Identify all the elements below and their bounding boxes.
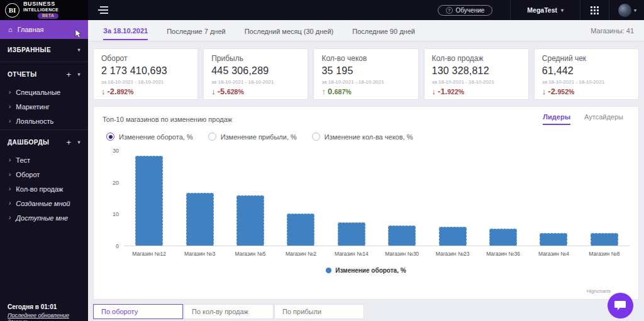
chart-bar-column [427,227,477,246]
chart-bar-column [124,156,174,246]
period-tab-30days[interactable]: Последний месяц (30 дней) [245,22,334,40]
app-logo[interactable]: BI BUSINESS INTELLIGENCE BETA [0,0,88,20]
sidebar-section-favorites[interactable]: ИЗБРАННЫЕ ▾ [0,39,88,60]
kpi-period: за 18-10-2021 - 18-10-2021 [101,79,190,85]
bar-chart: Магазин №12Магазин №3Магазин №5Магазин №… [124,151,630,257]
kpi-delta: ↓ -2.892% [101,87,190,96]
chevron-right-icon: › [9,156,11,163]
kpi-card-profit[interactable]: Прибыль 445 306,289 за 18-10-2021 - 18-1… [203,48,308,100]
chart-plot-area [124,151,630,246]
sidebar-item-turnover[interactable]: › Оборот [0,167,88,182]
chart-title: Топ-10 магазинов по изменению продаж [103,116,232,123]
chart-bar[interactable] [439,227,467,246]
add-report-icon[interactable]: + [66,70,77,79]
bi-dashboard-app: BI BUSINESS INTELLIGENCE BETA ? Обучение… [0,0,644,321]
tab-outsiders[interactable]: Аутсайдеры [584,113,623,125]
chart-bar-column [377,226,427,246]
kpi-title: Кол-во продаж [432,54,521,63]
radio-turnover-change[interactable]: Изменение оборота, % [106,133,193,141]
chart-x-label: Магазин №2 [275,251,326,257]
add-dashboard-icon[interactable]: + [66,138,77,147]
chevron-down-icon: ▾ [77,72,80,77]
period-tab-90days[interactable]: Последние 90 дней [352,22,415,40]
radio-icon [208,133,216,141]
sidebar-toggle-icon[interactable] [98,6,108,14]
kpi-period: за 18-10-2021 - 18-10-2021 [432,79,521,85]
chart-bar-column [275,214,326,246]
chart-bar[interactable] [186,193,214,246]
logo-line1: BUSINESS [23,1,58,7]
chart-x-label: Магазин №5 [225,251,275,257]
radio-receipts-change[interactable]: Изменение кол-ва чеков, % [312,133,413,141]
sidebar-item-home[interactable]: ⌂ Главная [0,20,88,39]
sidebar-item-loyalty[interactable]: › Лояльность [0,114,88,128]
kpi-value: 130 328,812 [432,65,521,77]
chart-bar[interactable] [287,214,314,246]
training-label: Обучение [456,7,485,14]
legend-marker-icon [326,268,331,273]
trend-arrow-icon: ↓ [542,87,547,96]
user-menu[interactable]: ▾ [609,4,644,17]
tab-by-profit[interactable]: По прибыли [274,304,364,319]
sidebar-item-marketing[interactable]: › Маркетинг [0,99,88,114]
kpi-card-turnover[interactable]: Оборот 2 173 410,693 за 18-10-2021 - 18-… [93,48,198,100]
top10-chart-panel: Топ-10 магазинов по изменению продаж Лид… [93,106,639,300]
chart-x-label: Магазин №12 [124,251,174,257]
chart-bar[interactable] [489,229,517,246]
chart-bar-column [478,229,528,246]
radio-profit-change[interactable]: Изменение прибыли, % [208,133,297,141]
last-update-label[interactable]: Последнее обновление данных [8,312,88,321]
mouse-cursor [74,29,82,40]
kpi-value: 2 173 410,693 [101,65,190,77]
sidebar-section-reports[interactable]: ОТЧЕТЫ + ▾ [0,63,88,85]
kpi-delta-value: 0.687% [328,87,352,96]
chart-bar[interactable] [236,195,264,246]
account-name: MegaTest [527,6,557,14]
kpi-value: 445 306,289 [211,65,300,77]
account-menu[interactable]: MegaTest ▾ [511,6,580,14]
kpi-card-sales[interactable]: Кол-во продаж 130 328,812 за 18-10-2021 … [424,48,529,100]
top-bar: BI BUSINESS INTELLIGENCE BETA ? Обучение… [0,0,644,20]
kpi-delta: ↓ -1.922% [432,87,521,96]
tab-by-turnover[interactable]: По обороту [93,304,183,319]
sidebar-item-sales-count[interactable]: › Кол-во продаж [0,182,88,196]
chart-bar[interactable] [591,233,618,246]
chart-bar-column [326,222,377,246]
chevron-down-icon: ▾ [634,8,636,13]
training-button[interactable]: ? Обучение [438,5,493,16]
chart-bar[interactable] [388,226,416,246]
chart-bar[interactable] [540,233,567,246]
kpi-period: за 18-10-2021 - 18-10-2021 [542,79,631,85]
period-tab-7days[interactable]: Последние 7 дней [167,22,226,40]
trend-arrow-icon: ↑ [321,87,326,96]
sidebar-item-available-to-me[interactable]: › Доступные мне [0,210,88,225]
sidebar-item-special-reports[interactable]: › Специальные [0,85,88,99]
kpi-card-receipts[interactable]: Кол-во чеков 35 195 за 18-10-2021 - 18-1… [313,48,418,100]
tab-by-sales-count[interactable]: По кол-ву продаж [184,304,274,319]
sidebar-item-created-by-me[interactable]: › Созданные мной [0,196,88,210]
chart-x-label: Магазин №14 [326,251,377,257]
apps-grid-icon[interactable] [580,6,609,14]
bottom-tab-bar: По обороту По кол-ву продаж По прибыли [93,304,644,319]
chart-bar-column [225,195,275,246]
chat-widget-button[interactable] [608,293,633,318]
chevron-right-icon: › [9,214,11,221]
period-tab-today[interactable]: За 18.10.2021 [103,21,148,40]
kpi-card-avg-receipt[interactable]: Средний чек 61,442 за 18-10-2021 - 18-10… [534,48,639,100]
sidebar-item-test[interactable]: › Тест [0,153,88,167]
trend-arrow-icon: ↓ [432,87,436,96]
divider [0,62,88,62]
tab-leaders[interactable]: Лидеры [543,113,570,125]
chevron-right-icon: › [9,200,11,207]
chart-bar-column [174,193,225,246]
legend-label[interactable]: Изменение оборота, % [335,267,406,274]
kpi-cards-row: Оборот 2 173 410,693 за 18-10-2021 - 18-… [88,41,644,100]
chart-y-tick: 20 [101,180,119,186]
chart-x-label: Магазин №23 [427,251,477,257]
chart-bar[interactable] [135,156,163,246]
chart-x-label: Магазин №3 [174,251,225,257]
chart-bar[interactable] [338,222,365,246]
sidebar-section-dashboards[interactable]: ДАШБОРДЫ + ▾ [0,131,88,153]
kpi-delta-value: -2.892% [108,87,134,96]
main-content: За 18.10.2021 Последние 7 дней Последний… [88,20,644,321]
